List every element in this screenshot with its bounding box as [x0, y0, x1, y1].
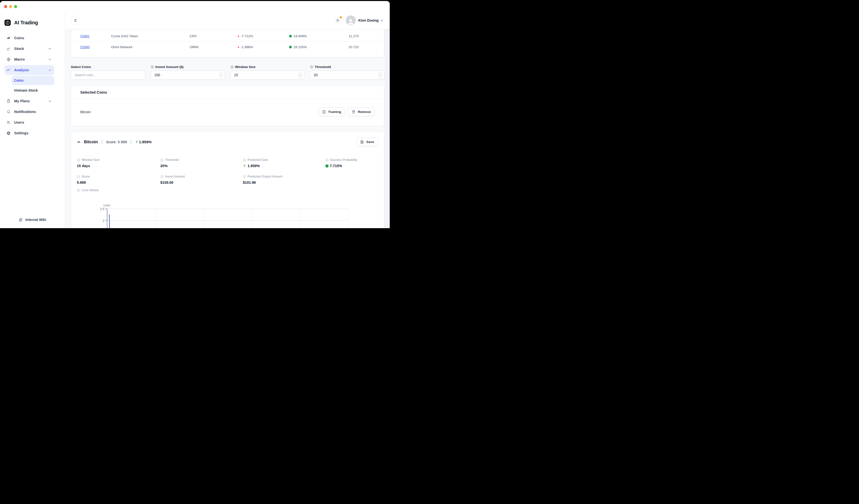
selected-coins-title: Selected Coins — [71, 86, 384, 94]
info-icon — [243, 175, 246, 178]
window-close-button[interactable] — [4, 5, 7, 8]
sidebar-item-analysis[interactable]: Analysis — [4, 65, 54, 75]
window-size-field: Window Size — [230, 65, 305, 79]
window-minimize-button[interactable] — [9, 5, 12, 8]
y-tick-2: 2 — [103, 219, 104, 222]
globe-icon — [6, 57, 11, 62]
window-size-input[interactable] — [230, 70, 305, 79]
panel-coin-name: Bitcoin — [84, 140, 98, 144]
chart-title: Loss — [104, 204, 110, 207]
training-button[interactable]: Training — [318, 108, 345, 116]
coin-change-cell: -1.986% — [237, 45, 289, 49]
sidebar-subitem-vietnam-stock[interactable]: Vietnam Stock — [12, 86, 54, 95]
sidebar-item-label: My Plans — [14, 99, 30, 103]
info-icon — [160, 158, 164, 162]
sidebar-item-settings[interactable]: Settings — [4, 128, 54, 138]
sidebar-item-internal-wiki[interactable]: Internal Wiki — [0, 215, 65, 224]
sidebar-item-stock[interactable]: Stock — [4, 44, 54, 53]
chevron-down-icon[interactable] — [380, 19, 384, 22]
arrow-down-icon — [237, 34, 240, 38]
window-zoom-button[interactable] — [14, 5, 17, 8]
search-coin-input[interactable] — [71, 70, 145, 79]
user-name[interactable]: Kien Duong — [358, 18, 379, 22]
stat-threshold: Threshold 20% — [160, 158, 243, 168]
info-icon — [77, 158, 80, 162]
sidebar-item-notifications[interactable]: Notifications — [4, 107, 54, 117]
info-icon — [230, 65, 233, 68]
coin-id-link[interactable]: 53580 — [80, 45, 90, 49]
coin-symbol-cell: CRV — [190, 34, 237, 38]
sidebar-item-label: Analysis — [14, 68, 29, 72]
stock-chart-icon — [6, 47, 11, 51]
app-brand: AI Trading — [4, 19, 54, 26]
sidebar-item-macro[interactable]: Macro — [4, 54, 54, 64]
stats-grid: Window Size 15 days Threshold 20% Predic… — [71, 158, 384, 185]
selected-coins-card: Selected Coins Bitcoin Training Remove — [71, 86, 384, 126]
stat-window-size: Window Size 15 days — [77, 158, 160, 168]
save-icon — [360, 140, 364, 144]
users-icon — [6, 121, 11, 125]
coins-table-card: 52881 Curve DAO Token CRV -7.712% 19.409… — [71, 29, 384, 57]
notifications-button[interactable] — [334, 17, 342, 24]
number-stepper[interactable] — [219, 72, 223, 78]
window-titlebar — [0, 1, 390, 12]
info-icon — [77, 189, 80, 192]
content-scroll-area[interactable]: 52881 Curve DAO Token CRV -7.712% 19.409… — [65, 29, 390, 228]
bitcoin-analysis-card: Bitcoin Score: 5.989 1.959% Save — [71, 131, 384, 228]
sidebar: AI Trading Coins Stock Macro — [0, 12, 65, 228]
remove-button[interactable]: Remove — [348, 108, 375, 116]
sidebar-item-label: Notifications — [14, 110, 36, 114]
sidebar-item-coins[interactable]: Coins — [4, 33, 54, 43]
stat-predicted-gain: Predicted Gain 1.959% — [243, 158, 325, 168]
sidebar-item-label: Users — [14, 121, 24, 124]
sidebar-nav: Coins Stock Macro Analysis — [4, 33, 54, 138]
panel-gain: 1.959% — [135, 140, 152, 144]
number-stepper[interactable] — [299, 72, 302, 78]
arrow-up-icon — [135, 140, 138, 144]
chevron-down-icon — [48, 47, 52, 51]
number-stepper[interactable] — [378, 72, 382, 78]
scrollbar-gutter — [385, 29, 390, 228]
loss-line-series — [109, 215, 110, 228]
info-icon — [151, 65, 154, 68]
invest-amount-label: Invest Amount ($) — [155, 65, 184, 69]
coin-symbol-cell: OMNI — [190, 45, 237, 49]
collapse-chevron-up-icon[interactable] — [77, 140, 81, 144]
coin-probability-cell: 16.150% — [289, 45, 336, 49]
invest-amount-input[interactable] — [151, 70, 225, 79]
bell-icon — [6, 110, 11, 114]
sidebar-item-label: Macro — [14, 57, 25, 61]
loss-chart: Loss 2.5 — [71, 200, 385, 228]
save-button[interactable]: Save — [356, 138, 378, 146]
info-icon — [243, 158, 246, 162]
brain-icon — [322, 110, 326, 114]
coin-name-cell: Curve DAO Token — [111, 34, 190, 38]
y-tick-2_5: 2.5 — [100, 207, 104, 211]
threshold-label: Threshold — [315, 65, 331, 69]
green-dot-icon — [289, 46, 292, 48]
panel-header: Bitcoin Score: 5.989 1.959% Save — [71, 132, 384, 146]
app-logo-brain-icon — [4, 20, 11, 26]
green-dot-icon — [289, 35, 292, 37]
sidebar-item-label: Settings — [14, 131, 28, 135]
sidebar-item-users[interactable]: Users — [4, 117, 54, 127]
arrow-down-icon — [237, 45, 240, 49]
app-window: AI Trading Coins Stock Macro — [0, 1, 390, 228]
sidebar-item-my-plans[interactable]: My Plans — [4, 96, 54, 106]
menu-icon — [74, 18, 78, 22]
info-icon — [160, 175, 164, 178]
notification-badge — [340, 16, 342, 18]
select-coins-field: Select Coins — [71, 65, 145, 79]
bell-icon — [336, 18, 340, 22]
coin-probability-cell: 19.409% — [289, 34, 336, 38]
sidebar-toggle-button[interactable] — [71, 16, 80, 25]
trash-icon — [352, 110, 356, 114]
user-avatar[interactable] — [346, 15, 356, 25]
chevron-up-icon — [48, 68, 52, 72]
analysis-form: Select Coins Invest Amount ($) — [71, 65, 384, 79]
sidebar-subitem-coins[interactable]: Coins — [12, 76, 54, 85]
coin-id-link[interactable]: 52881 — [80, 34, 90, 38]
gear-icon — [6, 131, 11, 135]
chevron-down-icon — [48, 99, 52, 103]
threshold-input[interactable] — [310, 70, 384, 79]
